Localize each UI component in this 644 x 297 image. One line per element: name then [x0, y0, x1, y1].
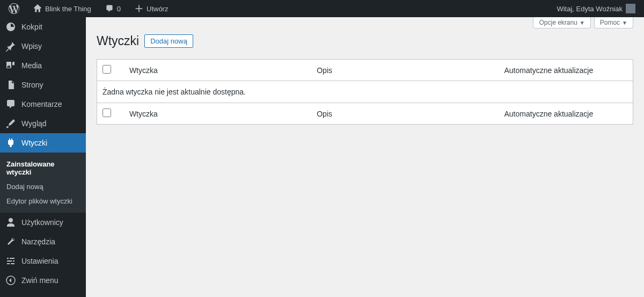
brush-icon	[5, 118, 16, 129]
site-name-link[interactable]: Blink the Thing	[29, 0, 96, 17]
chevron-down-icon: ▼	[580, 20, 585, 26]
media-icon	[5, 60, 16, 71]
comments-link[interactable]: 0	[101, 0, 125, 17]
select-all-footer	[97, 103, 124, 124]
table-row-no-items: Żadna wtyczka nie jest aktualnie dostępn…	[97, 81, 633, 103]
comment-icon	[5, 99, 16, 110]
home-icon	[33, 4, 42, 13]
screen-options-button[interactable]: Opcje ekranu ▼	[533, 17, 590, 28]
pin-icon	[5, 41, 16, 52]
submenu-add-new[interactable]: Dodaj nową	[0, 179, 86, 194]
column-plugin-footer[interactable]: Wtyczka	[124, 103, 311, 124]
chevron-down-icon: ▼	[622, 20, 627, 26]
select-all-header	[97, 60, 124, 81]
sidebar-label-media: Media	[21, 61, 42, 70]
new-content-link[interactable]: Utwórz	[130, 0, 172, 17]
admin-bar: Blink the Thing 0 Utwórz Witaj, Edyta Wo…	[0, 0, 644, 17]
column-auto-updates-header[interactable]: Automatyczne aktualizacje	[499, 60, 633, 81]
sidebar-label-tools: Narzędzia	[21, 237, 55, 246]
plus-icon	[135, 4, 143, 13]
wrench-icon	[5, 236, 16, 247]
user-icon	[5, 217, 16, 228]
comments-count: 0	[117, 5, 121, 13]
sidebar-label-users: Użytkownicy	[21, 218, 63, 227]
sidebar-label-plugins: Wtyczki	[21, 139, 47, 147]
page-icon	[5, 79, 16, 90]
main-content: Opcje ekranu ▼ Pomoc ▼ Wtyczki Dodaj now…	[86, 17, 644, 297]
new-content-label: Utwórz	[147, 5, 168, 13]
dashboard-icon	[5, 21, 16, 32]
sidebar-item-appearance[interactable]: Wygląd	[0, 114, 86, 133]
page-title: Wtyczki	[97, 34, 139, 48]
sidebar-item-pages[interactable]: Strony	[0, 75, 86, 95]
screen-meta-links: Opcje ekranu ▼ Pomoc ▼	[86, 17, 644, 28]
sidebar-item-collapse[interactable]: Zwiń menu	[0, 271, 86, 290]
sidebar-label-settings: Ustawienia	[21, 257, 58, 265]
admin-bar-right: Witaj, Edyta Woźniak	[552, 0, 640, 17]
my-account-link[interactable]: Witaj, Edyta Woźniak	[552, 0, 640, 17]
sidebar-item-tools[interactable]: Narzędzia	[0, 232, 86, 251]
help-button[interactable]: Pomoc ▼	[594, 17, 633, 28]
plugins-submenu: Zainstalowane wtyczki Dodaj nową Edytor …	[0, 153, 86, 213]
sidebar-item-dashboard[interactable]: Kokpit	[0, 17, 86, 37]
sidebar-item-media[interactable]: Media	[0, 56, 86, 75]
sidebar-item-posts[interactable]: Wpisy	[0, 37, 86, 56]
wordpress-logo-icon	[9, 3, 19, 14]
greeting-label: Witaj, Edyta Woźniak	[557, 5, 623, 13]
avatar	[626, 4, 635, 13]
submenu-installed-plugins[interactable]: Zainstalowane wtyczki	[0, 157, 86, 179]
site-name-label: Blink the Thing	[45, 5, 91, 13]
help-label: Pomoc	[600, 19, 620, 26]
sidebar-item-plugins[interactable]: Wtyczki	[0, 133, 86, 153]
sliders-icon	[5, 256, 16, 266]
add-new-button[interactable]: Dodaj nową	[144, 34, 193, 48]
plugins-table: Wtyczka Opis Automatyczne aktualizacje Ż…	[97, 59, 633, 125]
admin-sidebar: Kokpit Wpisy Media Strony Komentarze	[0, 17, 86, 297]
sidebar-label-appearance: Wygląd	[21, 119, 47, 128]
admin-bar-left: Blink the Thing 0 Utwórz	[4, 0, 172, 17]
column-description-header[interactable]: Opis	[311, 60, 499, 81]
collapse-icon	[5, 275, 16, 286]
select-all-checkbox-bottom[interactable]	[103, 108, 111, 117]
no-items-message: Żadna wtyczka nie jest aktualnie dostępn…	[97, 81, 633, 103]
wp-logo-menu[interactable]	[4, 0, 24, 17]
screen-options-label: Opcje ekranu	[539, 19, 577, 26]
sidebar-label-pages: Strony	[21, 81, 43, 89]
sidebar-label-collapse: Zwiń menu	[21, 276, 58, 285]
plugin-icon	[5, 137, 16, 148]
sidebar-item-comments[interactable]: Komentarze	[0, 95, 86, 114]
sidebar-label-comments: Komentarze	[21, 100, 62, 108]
select-all-checkbox-top[interactable]	[103, 65, 111, 74]
page-header: Wtyczki Dodaj nową	[86, 28, 644, 59]
column-description-footer[interactable]: Opis	[311, 103, 499, 124]
column-plugin-header[interactable]: Wtyczka	[124, 60, 311, 81]
sidebar-item-settings[interactable]: Ustawienia	[0, 251, 86, 271]
sidebar-label-posts: Wpisy	[21, 42, 42, 50]
column-auto-updates-footer[interactable]: Automatyczne aktualizacje	[499, 103, 633, 124]
sidebar-item-users[interactable]: Użytkownicy	[0, 213, 86, 232]
comment-icon	[105, 4, 114, 13]
sidebar-label-dashboard: Kokpit	[21, 23, 42, 31]
submenu-plugin-editor[interactable]: Edytor plików wtyczki	[0, 194, 86, 208]
